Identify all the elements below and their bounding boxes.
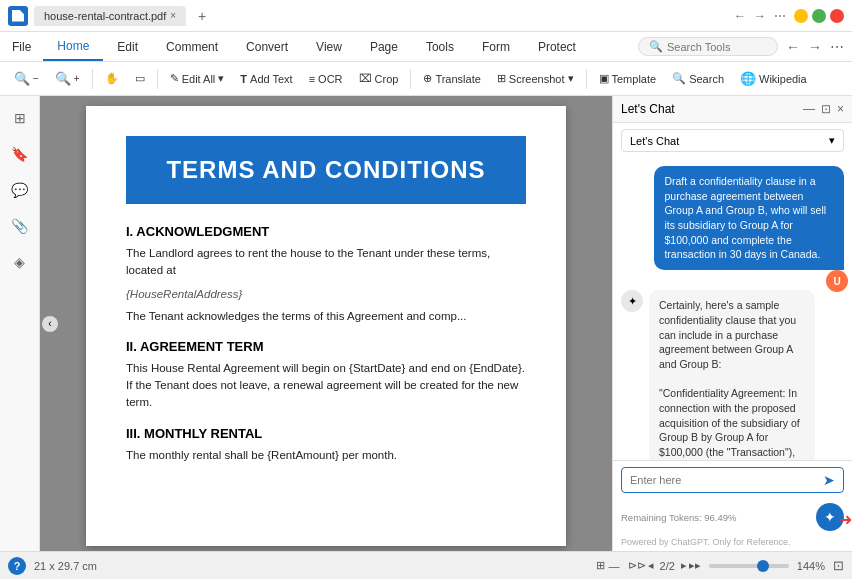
- translate-icon: ⊕: [423, 72, 432, 85]
- chat-ai-container: ✦ ➜: [816, 503, 844, 531]
- zoom-in-btn[interactable]: 🔍 +: [49, 68, 86, 89]
- sidebar-thumbs-btn[interactable]: ⊞: [6, 104, 34, 132]
- remaining-tokens-text: Remaining Tokens: 96.49%: [621, 512, 736, 523]
- wikipedia-label: Wikipedia: [759, 73, 807, 85]
- back-icon[interactable]: ←: [734, 9, 746, 23]
- menu-tab-home[interactable]: Home: [43, 32, 103, 61]
- page-prev-arrow[interactable]: ‹: [42, 316, 58, 332]
- powered-by: Powered by ChatGPT. Only for Reference.: [613, 537, 852, 551]
- new-tab-btn[interactable]: +: [192, 6, 212, 26]
- translate-label: Translate: [435, 73, 480, 85]
- template-btn[interactable]: ▣ Template: [593, 69, 663, 88]
- select-tool-btn[interactable]: ▭: [129, 69, 151, 88]
- chat-footer: Remaining Tokens: 96.49% ✦ ➜: [613, 499, 852, 537]
- search-tools-input[interactable]: [667, 41, 767, 53]
- screenshot-btn[interactable]: ⊞ Screenshot ▾: [491, 69, 580, 88]
- menu-tab-tools[interactable]: Tools: [412, 32, 468, 61]
- crop-icon: ⌧: [359, 72, 372, 85]
- chat-input-field[interactable]: [630, 474, 819, 486]
- bot-message-wrapper: Certainly, here's a sample confidentiali…: [649, 290, 844, 460]
- close-btn[interactable]: [830, 9, 844, 23]
- section-heading-acknowledgment: I. ACKNOWLEDGMENT: [126, 224, 526, 239]
- view-icon-single[interactable]: —: [609, 560, 620, 572]
- zoom-slider[interactable]: [709, 564, 789, 568]
- page-size-text: 21 x 29.7 cm: [34, 560, 97, 572]
- search-tools-icon: 🔍: [649, 40, 663, 53]
- next-page-btn[interactable]: ▸: [681, 559, 687, 572]
- sidebar-layers-btn[interactable]: ◈: [6, 248, 34, 276]
- more-icon[interactable]: ⋯: [774, 9, 786, 23]
- translate-btn[interactable]: ⊕ Translate: [417, 69, 486, 88]
- crop-btn[interactable]: ⌧ Crop: [353, 69, 405, 88]
- chat-minimize-btn[interactable]: —: [803, 102, 815, 116]
- forward-icon[interactable]: →: [754, 9, 766, 23]
- chat-send-btn[interactable]: ➤: [823, 472, 835, 488]
- menu-file[interactable]: File: [0, 32, 43, 61]
- zoom-out-icon: 🔍: [14, 71, 30, 86]
- chat-expand-btn[interactable]: ⊡: [821, 102, 831, 116]
- search-btn[interactable]: 🔍 Search: [666, 69, 730, 88]
- sidebar-attachment-btn[interactable]: 📎: [6, 212, 34, 240]
- screenshot-chevron: ▾: [568, 72, 574, 85]
- sidebar-bookmark-btn[interactable]: 🔖: [6, 140, 34, 168]
- tab-filename: house-rental-contract.pdf: [44, 10, 166, 22]
- view-icon-grid[interactable]: ⊞: [596, 559, 605, 572]
- app-icon: [8, 6, 28, 26]
- tab-close-btn[interactable]: ×: [170, 10, 176, 21]
- zoom-thumb[interactable]: [757, 560, 769, 572]
- first-page-btn[interactable]: ⊳⊳: [628, 559, 646, 572]
- address-placeholder: {HouseRentalAddress}: [126, 288, 526, 300]
- menu-tab-view[interactable]: View: [302, 32, 356, 61]
- select-icon: ▭: [135, 72, 145, 85]
- bot-avatar: ✦: [621, 290, 643, 312]
- zoom-out-btn[interactable]: 🔍 −: [8, 68, 45, 89]
- menu-tab-edit[interactable]: Edit: [103, 32, 152, 61]
- user-message: Draft a confidentiality clause in a purc…: [654, 166, 844, 270]
- chat-dropdown-chevron: ▾: [829, 134, 835, 147]
- nav-back-icon[interactable]: ←: [786, 39, 800, 55]
- screenshot-icon: ⊞: [497, 72, 506, 85]
- edit-all-btn[interactable]: ✎ Edit All ▾: [164, 69, 231, 88]
- menu-tab-convert[interactable]: Convert: [232, 32, 302, 61]
- title-bar: house-rental-contract.pdf × + ← → ⋯: [0, 0, 852, 32]
- add-text-btn[interactable]: T Add Text: [234, 70, 298, 88]
- sidebar-comment-btn[interactable]: 💬: [6, 176, 34, 204]
- ai-icon: ✦: [824, 509, 836, 525]
- document-area: ‹ TERMS AND CONDITIONS I. ACKNOWLEDGMENT…: [40, 96, 612, 551]
- chat-panel: Let's Chat — ⊡ × Let's Chat ▾ Draft a co…: [612, 96, 852, 551]
- menu-tab-form[interactable]: Form: [468, 32, 524, 61]
- ocr-icon: ≡: [309, 73, 315, 85]
- chat-mode-dropdown[interactable]: Let's Chat ▾: [621, 129, 844, 152]
- edit-icon: ✎: [170, 72, 179, 85]
- zoom-in-icon: 🔍: [55, 71, 71, 86]
- title-bar-icons: ← → ⋯: [734, 9, 786, 23]
- nav-fwd-icon[interactable]: →: [808, 39, 822, 55]
- hand-icon: ✋: [105, 72, 119, 85]
- wikipedia-btn[interactable]: 🌐 Wikipedia: [734, 68, 813, 89]
- document-tab[interactable]: house-rental-contract.pdf ×: [34, 6, 186, 26]
- screenshot-label: Screenshot: [509, 73, 565, 85]
- chat-ai-arrow: ➜: [839, 510, 852, 529]
- chat-close-btn[interactable]: ×: [837, 102, 844, 116]
- minimize-btn[interactable]: [794, 9, 808, 23]
- help-btn[interactable]: ?: [8, 557, 26, 575]
- chat-header-icons: — ⊡ ×: [803, 102, 844, 116]
- ocr-btn[interactable]: ≡ OCR: [303, 70, 349, 88]
- menu-tab-page[interactable]: Page: [356, 32, 412, 61]
- template-label: Template: [612, 73, 657, 85]
- menu-bar: File Home Edit Comment Convert View Page…: [0, 32, 852, 62]
- main-layout: ⊞ 🔖 💬 📎 ◈ ‹ TERMS AND CONDITIONS I. ACKN…: [0, 96, 852, 551]
- search-tools-box[interactable]: 🔍: [638, 37, 778, 56]
- nav-more-icon[interactable]: ⋯: [830, 39, 844, 55]
- menu-tab-protect[interactable]: Protect: [524, 32, 590, 61]
- hand-tool-btn[interactable]: ✋: [99, 69, 125, 88]
- menu-tab-comment[interactable]: Comment: [152, 32, 232, 61]
- last-page-btn[interactable]: ▸▸: [689, 559, 701, 572]
- document-page: TERMS AND CONDITIONS I. ACKNOWLEDGMENT T…: [86, 106, 566, 546]
- search-label: Search: [689, 73, 724, 85]
- prev-page-btn[interactable]: ◂: [648, 559, 654, 572]
- status-right: 144% ⊡: [709, 558, 844, 573]
- maximize-btn[interactable]: [812, 9, 826, 23]
- fit-icon[interactable]: ⊡: [833, 558, 844, 573]
- menu-right-icons: ← → ⋯: [786, 39, 852, 55]
